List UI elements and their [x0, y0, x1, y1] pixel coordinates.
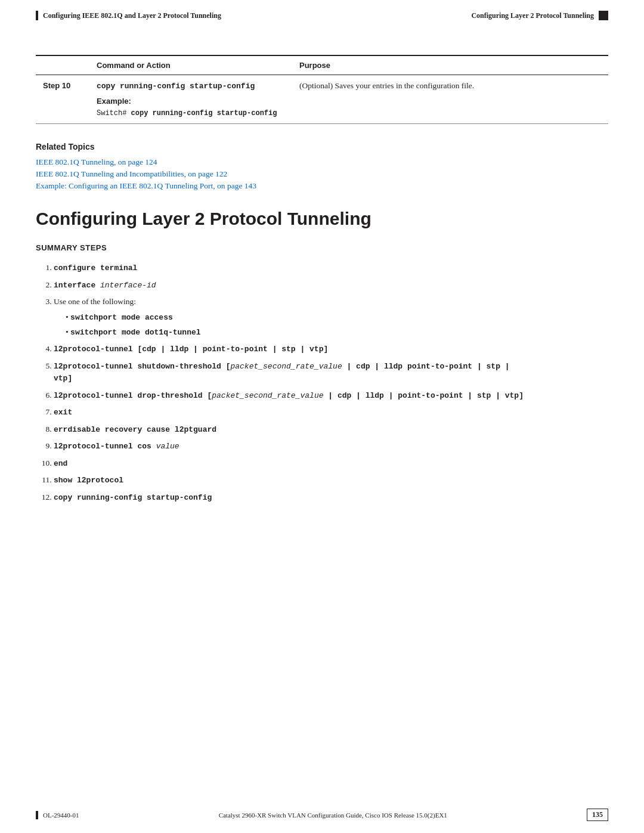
list-item: configure terminal: [54, 262, 608, 274]
example-label: Example:: [97, 97, 285, 106]
step-text-bold2: | cdp | lldp | point-to-point | stp | vt…: [323, 391, 523, 400]
list-item: l2protocol-tunnel [cdp | lldp | point-to…: [54, 343, 608, 355]
step-text-bold: l2protocol-tunnel cos: [54, 442, 156, 451]
related-link-2[interactable]: IEEE 802.1Q Tunneling and Incompatibilit…: [36, 169, 608, 179]
example-code: Switch# copy running-config startup-conf…: [97, 109, 277, 117]
related-link-1[interactable]: IEEE 802.1Q Tunneling, on page 124: [36, 157, 608, 167]
footer-bar: [36, 811, 38, 819]
command-table: Command or Action Purpose Step 10 copy r…: [36, 55, 608, 124]
code-bold: copy running-config startup-config: [131, 109, 277, 117]
command-cell: copy running-config startup-config Examp…: [89, 75, 292, 124]
col-header-command: Command or Action: [89, 55, 292, 75]
list-item: errdisable recovery cause l2ptguard: [54, 423, 608, 436]
step-text-bold: l2protocol-tunnel shutdown-threshold [: [54, 362, 230, 371]
col-header-purpose: Purpose: [292, 55, 608, 75]
list-item: Use one of the following: switchport mod…: [54, 296, 608, 338]
list-item: show l2protocol: [54, 474, 608, 487]
sub-bullet-item: switchport mode access: [66, 311, 608, 324]
footer-ol-number: OL-29440-01: [43, 812, 79, 819]
step-label: Step 10: [36, 75, 89, 124]
header-left-text: Configuring IEEE 802.1Q and Layer 2 Prot…: [43, 11, 221, 20]
step-text-bold: show l2protocol: [54, 476, 123, 485]
header-left: Configuring IEEE 802.1Q and Layer 2 Prot…: [36, 11, 221, 20]
sub-bullet-list: switchport mode access switchport mode d…: [66, 311, 608, 338]
sub-bullet-text: switchport mode dot1q-tunnel: [70, 328, 200, 337]
related-link-3[interactable]: Example: Configuring an IEEE 802.1Q Tunn…: [36, 181, 608, 191]
table-row: Step 10 copy running-config startup-conf…: [36, 75, 608, 124]
footer-page-number: 135: [587, 809, 608, 821]
section-heading: Configuring Layer 2 Protocol Tunneling: [36, 209, 608, 229]
command-text: copy running-config startup-config: [97, 82, 255, 91]
list-item: interface interface-id: [54, 279, 608, 292]
page-header: Configuring IEEE 802.1Q and Layer 2 Prot…: [0, 0, 644, 25]
footer-left: OL-29440-01: [36, 811, 79, 819]
header-right-text: Configuring Layer 2 Protocol Tunneling: [471, 11, 594, 20]
col-header-empty: [36, 55, 89, 75]
step-text-italic: packet_second_rate_value: [212, 391, 323, 400]
list-item: l2protocol-tunnel drop-threshold [packet…: [54, 389, 608, 402]
header-right: Configuring Layer 2 Protocol Tunneling: [471, 11, 608, 20]
header-left-bar: [36, 11, 38, 20]
step-text-italic: value: [156, 442, 179, 451]
related-topics-title: Related Topics: [36, 142, 608, 151]
list-item: copy running-config startup-config: [54, 491, 608, 504]
sub-bullet-text: switchport mode access: [70, 313, 173, 322]
purpose-cell: (Optional) Saves your entries in the con…: [292, 75, 608, 124]
step-text-bold: exit: [54, 408, 72, 417]
step-text-italic: interface-id: [100, 281, 156, 290]
header-right-bar: [599, 11, 608, 20]
list-item: exit: [54, 406, 608, 419]
footer-center: Catalyst 2960-XR Switch VLAN Configurati…: [219, 812, 447, 819]
sub-bullet-item: switchport mode dot1q-tunnel: [66, 326, 608, 339]
step-text-bold2: | cdp | lldp point-to-point | stp |: [342, 362, 510, 371]
page-footer: OL-29440-01 Catalyst 2960-XR Switch VLAN…: [0, 809, 644, 821]
step-text-bold: errdisable recovery cause l2ptguard: [54, 425, 216, 434]
step-text-normal: Use one of the following:: [54, 297, 136, 306]
step-text-italic: packet_second_rate_value: [230, 362, 342, 371]
step-text-bold3: vtp]: [54, 374, 72, 383]
summary-steps-label: SUMMARY STEPS: [36, 243, 608, 252]
step-text-bold: l2protocol-tunnel drop-threshold [: [54, 391, 212, 400]
step-text-bold: l2protocol-tunnel [cdp | lldp | point-to…: [54, 345, 328, 354]
code-normal: Switch#: [97, 109, 131, 117]
step-text-bold: interface: [54, 281, 100, 290]
step-text-bold: end: [54, 459, 67, 468]
steps-list: configure terminal interface interface-i…: [54, 262, 608, 503]
step-text-bold: configure terminal: [54, 264, 137, 272]
main-content: Command or Action Purpose Step 10 copy r…: [0, 25, 644, 532]
step-text-bold: copy running-config startup-config: [54, 493, 212, 502]
list-item: end: [54, 457, 608, 470]
list-item: l2protocol-tunnel cos value: [54, 440, 608, 453]
related-topics: Related Topics IEEE 802.1Q Tunneling, on…: [36, 142, 608, 191]
list-item: l2protocol-tunnel shutdown-threshold [pa…: [54, 360, 608, 385]
